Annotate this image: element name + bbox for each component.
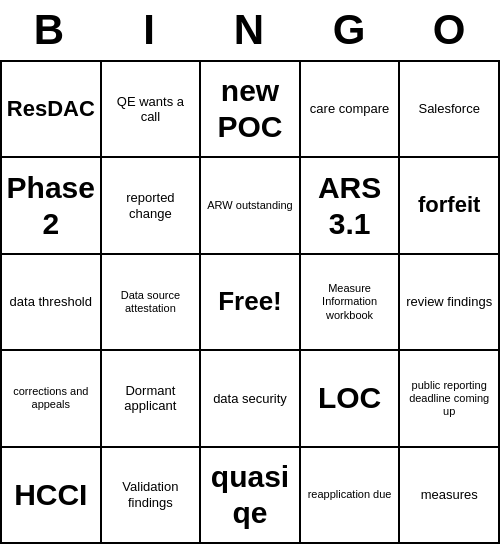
title-letter: I [100, 6, 200, 54]
bingo-cell: review findings [400, 255, 500, 351]
bingo-cell: new POC [201, 62, 301, 158]
bingo-cell: ResDAC [2, 62, 102, 158]
bingo-cell: QE wants a call [102, 62, 202, 158]
bingo-cell: Data source attestation [102, 255, 202, 351]
bingo-cell: care compare [301, 62, 401, 158]
bingo-cell: Phase 2 [2, 158, 102, 254]
bingo-cell: Measure Information workbook [301, 255, 401, 351]
bingo-cell: ARS 3.1 [301, 158, 401, 254]
bingo-cell: public reporting deadline coming up [400, 351, 500, 447]
bingo-cell: reported change [102, 158, 202, 254]
bingo-cell: data threshold [2, 255, 102, 351]
bingo-title: BINGO [0, 0, 500, 60]
bingo-cell: reapplication due [301, 448, 401, 544]
bingo-cell: Validation findings [102, 448, 202, 544]
bingo-grid: ResDACQE wants a callnew POCcare compare… [0, 60, 500, 544]
title-letter: B [0, 6, 100, 54]
title-letter: N [200, 6, 300, 54]
bingo-cell: Dormant applicant [102, 351, 202, 447]
bingo-cell: ARW outstanding [201, 158, 301, 254]
title-letter: G [300, 6, 400, 54]
bingo-cell: corrections and appeals [2, 351, 102, 447]
bingo-cell: Salesforce [400, 62, 500, 158]
title-letter: O [400, 6, 500, 54]
bingo-cell: data security [201, 351, 301, 447]
bingo-cell: quasi qe [201, 448, 301, 544]
bingo-cell: forfeit [400, 158, 500, 254]
bingo-cell: HCCI [2, 448, 102, 544]
bingo-cell: Free! [201, 255, 301, 351]
bingo-cell: measures [400, 448, 500, 544]
bingo-cell: LOC [301, 351, 401, 447]
